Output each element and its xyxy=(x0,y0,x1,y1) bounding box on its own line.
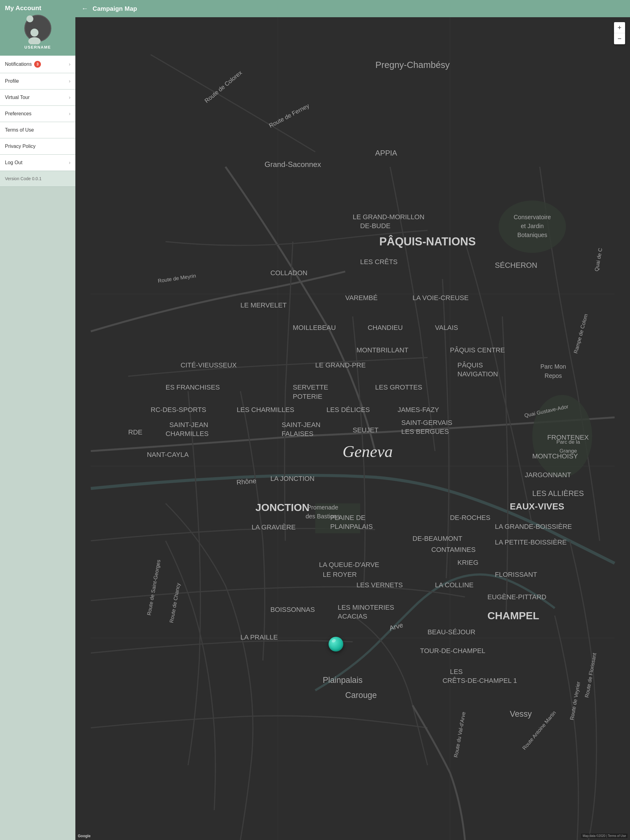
svg-text:LES ALLIÈRES: LES ALLIÈRES xyxy=(532,489,584,497)
username-label: USERNAME xyxy=(24,45,51,49)
sidebar-item-terms-of-use[interactable]: Terms of Use xyxy=(0,122,75,138)
svg-text:PLAINPALAIS: PLAINPALAIS xyxy=(330,523,373,531)
svg-text:Promenade: Promenade xyxy=(307,504,339,511)
sidebar-item-notifications[interactable]: Notifications3› xyxy=(0,56,75,73)
svg-text:LES VERNETS: LES VERNETS xyxy=(356,581,403,589)
sidebar: My Account ● USERNAME Notifications3›Pro… xyxy=(0,0,75,840)
svg-text:LA JONCTION: LA JONCTION xyxy=(271,475,314,482)
marker-shine xyxy=(331,638,337,643)
sidebar-user-section: ● USERNAME xyxy=(0,12,75,56)
top-bar: ← Campaign Map xyxy=(75,0,630,17)
map-container: Pregny-Chambésy Grand-Saconnex APPIA PÂQ… xyxy=(75,17,630,840)
svg-text:BOISSONNAS: BOISSONNAS xyxy=(271,606,315,613)
svg-text:Plainpalais: Plainpalais xyxy=(323,676,362,685)
svg-text:Parc Mon: Parc Mon xyxy=(540,363,566,370)
main-content: ← Campaign Map xyxy=(75,0,630,840)
svg-text:LES BERGUES: LES BERGUES xyxy=(401,428,449,435)
sidebar-filler xyxy=(0,186,75,840)
sidebar-item-profile-label: Profile xyxy=(5,78,19,84)
svg-text:CITÉ-VIEUSSEUX: CITÉ-VIEUSSEUX xyxy=(180,361,237,369)
svg-text:ACACIAS: ACACIAS xyxy=(338,613,367,620)
svg-text:LA GRANDE-BOISSIÈRE: LA GRANDE-BOISSIÈRE xyxy=(495,523,572,531)
svg-text:SAINT-GERVAIS: SAINT-GERVAIS xyxy=(401,419,453,426)
sidebar-item-profile-chevron: › xyxy=(69,78,70,84)
svg-text:JARGONNANT: JARGONNANT xyxy=(525,471,571,479)
svg-text:KRIEG: KRIEG xyxy=(457,559,478,566)
svg-text:MOILLEBEAU: MOILLEBEAU xyxy=(293,324,336,332)
svg-text:LE GRAND-MORILLON: LE GRAND-MORILLON xyxy=(353,213,424,221)
svg-text:PÂQUIS CENTRE: PÂQUIS CENTRE xyxy=(450,346,505,354)
version-item: Version Code 0.0.1 xyxy=(0,171,75,186)
svg-text:TOUR-DE-CHAMPEL: TOUR-DE-CHAMPEL xyxy=(420,647,485,655)
svg-text:LE GRAND-PRE: LE GRAND-PRE xyxy=(315,361,366,369)
svg-text:EUGÈNE-PITTARD: EUGÈNE-PITTARD xyxy=(487,593,546,601)
svg-text:NANT-CAYLA: NANT-CAYLA xyxy=(147,451,189,458)
svg-text:Vessy: Vessy xyxy=(510,709,532,718)
svg-text:BEAU-SÉJOUR: BEAU-SÉJOUR xyxy=(427,628,476,636)
sidebar-item-privacy-policy[interactable]: Privacy Policy xyxy=(0,138,75,155)
svg-text:RDE: RDE xyxy=(128,428,142,436)
sidebar-item-notifications-left: Notifications3 xyxy=(5,61,41,68)
svg-text:LE MERVELET: LE MERVELET xyxy=(241,301,287,309)
zoom-out-button[interactable]: − xyxy=(614,33,625,44)
sidebar-item-log-out[interactable]: Log Out› xyxy=(0,155,75,171)
svg-text:Repos: Repos xyxy=(545,373,562,379)
sidebar-navigation: Notifications3›Profile›Virtual Tour›Pref… xyxy=(0,56,75,840)
svg-text:PÂQUIS-NATIONS: PÂQUIS-NATIONS xyxy=(379,235,476,248)
svg-text:et Jardin: et Jardin xyxy=(521,223,544,229)
svg-text:POTERIE: POTERIE xyxy=(293,393,322,400)
map-controls: + − xyxy=(614,22,625,44)
avatar-svg xyxy=(25,26,44,44)
map-attribution: Map data ©2020 | Terms of Use xyxy=(581,834,628,838)
svg-text:LE ROYER: LE ROYER xyxy=(323,571,357,578)
sidebar-item-terms-of-use-left: Terms of Use xyxy=(5,127,34,133)
svg-point-0 xyxy=(30,28,38,36)
sidebar-item-notifications-label: Notifications xyxy=(5,62,32,67)
zoom-in-button[interactable]: + xyxy=(614,22,625,33)
svg-text:SERVETTE: SERVETTE xyxy=(293,384,328,391)
svg-text:Carouge: Carouge xyxy=(345,691,377,700)
sidebar-item-privacy-policy-label: Privacy Policy xyxy=(5,144,36,149)
svg-text:VALAIS: VALAIS xyxy=(435,324,458,332)
person-icon: ● xyxy=(25,10,51,47)
sidebar-item-preferences[interactable]: Preferences› xyxy=(0,106,75,122)
back-button[interactable]: ← xyxy=(82,5,88,13)
sidebar-item-virtual-tour-left: Virtual Tour xyxy=(5,95,30,100)
svg-text:SAINT-JEAN: SAINT-JEAN xyxy=(169,421,208,429)
sidebar-item-profile[interactable]: Profile› xyxy=(0,73,75,90)
svg-text:LA GRAVIÈRE: LA GRAVIÈRE xyxy=(252,523,296,531)
svg-text:NAVIGATION: NAVIGATION xyxy=(457,370,498,378)
sidebar-item-virtual-tour[interactable]: Virtual Tour› xyxy=(0,90,75,106)
svg-text:LA VOIE-CREUSE: LA VOIE-CREUSE xyxy=(413,294,469,302)
svg-text:SÉCHERON: SÉCHERON xyxy=(495,261,537,269)
sidebar-item-notifications-badge: 3 xyxy=(34,61,41,68)
svg-text:FALAISES: FALAISES xyxy=(282,430,313,437)
map-background: Pregny-Chambésy Grand-Saconnex APPIA PÂQ… xyxy=(75,17,630,840)
svg-text:RC-DES-SPORTS: RC-DES-SPORTS xyxy=(151,406,206,414)
sidebar-item-terms-of-use-label: Terms of Use xyxy=(5,127,34,133)
svg-text:Pregny-Chambésy: Pregny-Chambésy xyxy=(375,60,450,70)
svg-text:MONTBRILLANT: MONTBRILLANT xyxy=(356,346,408,354)
svg-text:Grand-Saconnex: Grand-Saconnex xyxy=(264,160,321,169)
sidebar-item-log-out-left: Log Out xyxy=(5,160,22,166)
svg-text:Botaniques: Botaniques xyxy=(518,232,548,238)
page-title: Campaign Map xyxy=(93,5,137,12)
svg-text:DE-ROCHES: DE-ROCHES xyxy=(450,514,490,521)
sidebar-item-virtual-tour-label: Virtual Tour xyxy=(5,95,30,100)
svg-text:SEUJET: SEUJET xyxy=(353,426,379,434)
sidebar-item-notifications-chevron: › xyxy=(69,62,70,67)
svg-text:PÂQUIS: PÂQUIS xyxy=(457,361,483,369)
svg-text:ES FRANCHISES: ES FRANCHISES xyxy=(166,384,220,391)
svg-text:VAREMBÉ: VAREMBÉ xyxy=(345,294,377,302)
svg-text:Grange: Grange xyxy=(560,448,577,454)
svg-text:CHAMPEL: CHAMPEL xyxy=(487,610,539,621)
map-svg: Pregny-Chambésy Grand-Saconnex APPIA PÂQ… xyxy=(75,17,630,840)
svg-text:LES GROTTES: LES GROTTES xyxy=(375,384,422,391)
sidebar-item-virtual-tour-chevron: › xyxy=(69,95,70,100)
sidebar-item-preferences-chevron: › xyxy=(69,111,70,117)
sidebar-item-preferences-left: Preferences xyxy=(5,111,32,117)
svg-text:DE-BEAUMONT: DE-BEAUMONT xyxy=(413,535,462,542)
svg-point-1 xyxy=(28,37,41,44)
avatar: ● xyxy=(24,15,51,42)
svg-text:CRÊTS-DE-CHAMPEL 1: CRÊTS-DE-CHAMPEL 1 xyxy=(442,677,517,684)
